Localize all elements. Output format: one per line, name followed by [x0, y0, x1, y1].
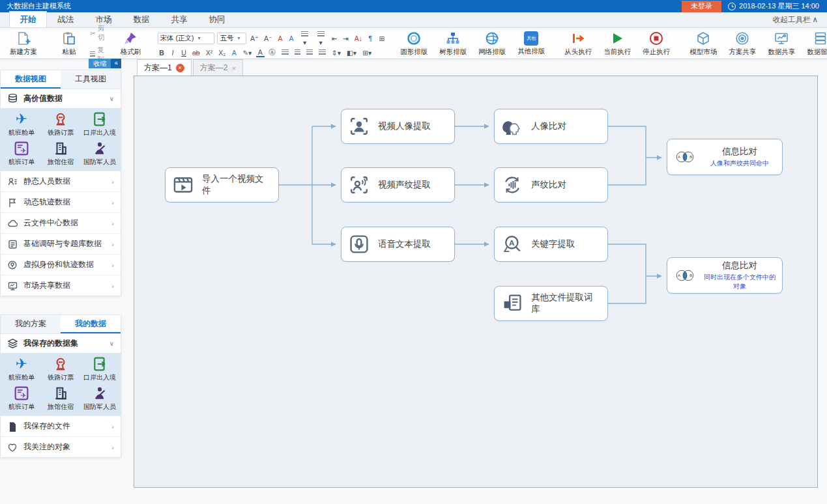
align-left-button[interactable] — [280, 49, 290, 57]
grow-font-button[interactable]: A⁺ — [249, 35, 260, 42]
italic-button[interactable]: I — [169, 49, 177, 57]
node-import-video[interactable]: 导入一个视频文件 — [165, 167, 279, 203]
node-face-compare[interactable]: 人像比对 — [494, 109, 608, 144]
plan-tabs: 方案—1 × 方案—2 × — [134, 59, 827, 76]
grid-item-flight-order[interactable]: ✈ 航班订单 — [2, 140, 41, 167]
sidebar-item-market-shared-data[interactable]: 市场共享数据› — [1, 275, 121, 296]
numbered-list-button[interactable]: ▾ — [314, 31, 328, 46]
ribbon-tab-data[interactable]: 数据 — [123, 11, 160, 27]
collapse-toolbar-link[interactable]: 收起工具栏 ∧ — [773, 15, 818, 25]
cut-button[interactable]: ✂剪切 — [88, 23, 111, 43]
high-value-data-section[interactable]: 高价值数据 ∨ — [1, 89, 121, 108]
node-label: 视频人像提取 — [378, 120, 431, 132]
pilcrow-button[interactable]: ¶ — [366, 35, 375, 42]
ribbon-tab-collab[interactable]: 协同 — [198, 11, 236, 27]
tab-my-data[interactable]: 我的数据 — [61, 315, 121, 333]
close-tab-icon[interactable]: × — [231, 64, 235, 72]
text-effects-button[interactable]: A — [276, 35, 284, 42]
strikethrough-button[interactable]: ab — [191, 49, 202, 57]
railway-icon — [53, 356, 68, 372]
align-center-button[interactable] — [293, 49, 302, 57]
node-video-face-extract[interactable]: 视频人像提取 — [341, 109, 455, 144]
grid-item-rail-ticket[interactable]: 铁路订票 — [41, 356, 80, 382]
format-painter-button[interactable]: 格式刷 — [113, 30, 148, 57]
highlight-color-button[interactable]: ✎▾ — [241, 49, 254, 57]
grid-item-military-personnel[interactable]: 国防军人员 — [80, 385, 119, 412]
sidebar-item-static-person-data[interactable]: 静态人员数据› — [1, 171, 121, 191]
text-outline-button[interactable]: A — [230, 49, 239, 57]
close-tab-icon[interactable]: × — [176, 64, 184, 72]
plan-share-button[interactable]: 方案共享 — [723, 30, 761, 57]
grid-item-rail-ticket[interactable]: 铁路订票 — [41, 111, 80, 137]
sidebar-item-my-saved-files[interactable]: 我保存的文件› — [1, 415, 121, 436]
grid-item-hotel-stay[interactable]: 旅馆住宿 — [41, 140, 80, 167]
sidebar-item-survey-thematic-data[interactable]: 基础调研与专题库数据› — [1, 233, 121, 254]
indent-button[interactable]: ⇥ — [341, 35, 350, 42]
new-plan-button[interactable]: 新建方案 — [5, 30, 42, 57]
change-case-button[interactable]: Ⓐ — [267, 48, 278, 57]
shrink-font-button[interactable]: A⁻ — [263, 35, 274, 42]
grid-item-flight-manifest[interactable]: ✈ 航班舱单 — [2, 356, 41, 382]
underline-button[interactable]: U — [180, 49, 188, 57]
circle-layout-button[interactable]: 圆形排版 — [395, 30, 433, 57]
grid-item-flight-manifest[interactable]: ✈ 航班舱单 — [2, 111, 41, 137]
node-video-voice-extract[interactable]: 视频声纹提取 — [341, 167, 455, 203]
data-retention-button[interactable]: 数据留存 — [802, 30, 827, 57]
font-family-select[interactable]: 宋体 (正文)▾ — [158, 33, 215, 44]
network-layout-button[interactable]: 网络排版 — [473, 30, 511, 57]
align-right-button[interactable] — [304, 49, 314, 57]
outdent-button[interactable]: ⇤ — [330, 35, 338, 42]
login-status-badge[interactable]: 未登录 — [682, 1, 721, 12]
ribbon-tab-start[interactable]: 开始 — [9, 11, 47, 27]
run-current-button[interactable]: 当前执行 — [598, 30, 636, 57]
ribbon-tab-tactics[interactable]: 战法 — [47, 11, 85, 27]
shading-button[interactable]: ◧▾ — [345, 49, 358, 57]
other-layout-button[interactable]: 其他 其他排版 — [512, 30, 550, 57]
font-size-select[interactable]: 五号▾ — [217, 33, 246, 44]
subscript-button[interactable]: X₂ — [217, 49, 227, 57]
tab-my-plans[interactable]: 我的方案 — [1, 315, 61, 333]
sidebar-item-virtual-identity-data[interactable]: 虚拟身份和轨迹数据› — [1, 254, 121, 275]
model-canvas[interactable]: 导入一个视频文件 视频人像提取 人像比对 视频声纹提取 声纹比对 语音文本提取 — [134, 76, 818, 488]
grid-item-flight-order[interactable]: ✈ 航班订单 — [2, 385, 41, 412]
grid-item-military-personnel[interactable]: 国防军人员 — [80, 140, 119, 167]
grid-item-hotel-stay[interactable]: 旅馆住宿 — [41, 385, 80, 412]
tree-layout-button[interactable]: 树形排版 — [434, 30, 472, 57]
justify-button[interactable] — [317, 49, 327, 57]
stop-button[interactable]: 停止执行 — [637, 30, 675, 57]
model-market-button[interactable]: 模型市场 — [684, 30, 722, 57]
borders-button[interactable]: ⊞▾ — [361, 49, 373, 57]
plan-tab-2[interactable]: 方案—2 × — [193, 59, 243, 76]
bullet-list-button[interactable]: ▾ — [298, 31, 312, 46]
sidebar-item-cloud-file-data[interactable]: 云文件中心数据› — [1, 212, 121, 233]
tab-data-view[interactable]: 数据视图 — [1, 70, 61, 89]
sidebar-item-my-followed-objects[interactable]: 我关注的对象› — [1, 436, 121, 457]
font-color-button[interactable]: A — [256, 48, 265, 57]
tab-tool-view[interactable]: 工具视图 — [61, 70, 121, 89]
run-from-start-button[interactable]: 从头执行 — [559, 30, 597, 57]
table-button[interactable]: ⊞ — [377, 35, 386, 42]
bold-button[interactable]: B — [158, 49, 166, 57]
superscript-button[interactable]: X² — [204, 49, 214, 57]
node-voice-compare[interactable]: 声纹比对 — [494, 167, 608, 203]
sidebar-item-dynamic-track-data[interactable]: 动态轨迹数据› — [1, 191, 121, 212]
phonetic-guide-button[interactable]: A — [287, 35, 295, 42]
node-label: 语音文本提取 — [378, 238, 431, 250]
my-saved-datasets-section[interactable]: 我保存的数据集 ∨ — [1, 334, 121, 353]
node-keyword-extract[interactable]: A 关键字提取 — [494, 227, 608, 262]
data-share-button[interactable]: 数据共享 — [762, 30, 800, 57]
node-info-compare-bottom[interactable]: AB 信息比对 同时出现在多个文件中的对象 — [667, 257, 783, 294]
grid-label: 口岸出入境 — [83, 373, 116, 382]
line-spacing-button[interactable]: ⇕▾ — [330, 49, 342, 57]
sort-button[interactable]: A↓ — [353, 35, 364, 42]
grid-item-border-entry-exit[interactable]: 口岸出入境 — [80, 111, 119, 137]
plan-tab-1[interactable]: 方案—1 × — [137, 59, 192, 76]
grid-item-border-entry-exit[interactable]: 口岸出入境 — [80, 356, 119, 382]
node-other-file-lexicon[interactable]: 其他文件提取词库 — [494, 286, 608, 321]
paste-button[interactable]: 粘贴 — [51, 30, 87, 57]
sidebar-item-label: 基础调研与专题库数据 — [23, 238, 102, 249]
node-info-compare-top[interactable]: AB 信息比对 人像和声纹共同命中 — [667, 139, 783, 175]
ribbon-tab-share[interactable]: 共享 — [160, 11, 198, 27]
node-speech-text-extract[interactable]: 语音文本提取 — [341, 227, 455, 262]
sidebar-collapse-button[interactable]: 收缩 « — [89, 59, 121, 68]
